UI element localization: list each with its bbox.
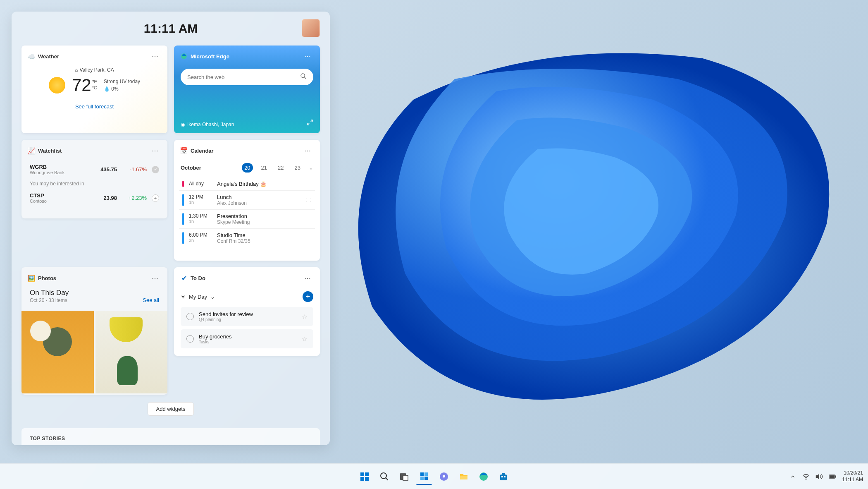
weather-location: ⌂ Valley Park, CA (28, 67, 161, 73)
see-all-link[interactable]: See all (143, 297, 159, 303)
search-icon[interactable] (300, 73, 307, 81)
weather-precip: 0% (111, 86, 118, 92)
todo-widget: ✔ To Do ⋯ ☀ My Day ⌄ + Send invites for … (174, 267, 320, 356)
calendar-day[interactable]: 23 (292, 163, 303, 173)
svg-point-22 (806, 479, 807, 479)
photo-thumbnail[interactable] (95, 311, 168, 393)
svg-rect-6 (365, 477, 369, 481)
more-icon[interactable]: ⋯ (149, 272, 161, 284)
add-task-button[interactable]: + (303, 291, 313, 302)
photos-meta: Oct 20 · 33 items (30, 297, 67, 303)
chevron-down-icon[interactable]: ⌄ (210, 294, 215, 300)
check-icon[interactable]: ✓ (152, 166, 159, 173)
chat-button[interactable] (436, 468, 452, 485)
svg-rect-4 (365, 472, 369, 476)
todo-item[interactable]: Buy groceriesTasks ☆ (181, 329, 313, 348)
bloom-wallpaper (289, 17, 868, 472)
svg-rect-20 (501, 476, 503, 477)
calendar-event[interactable]: All day Angela's Birthday 🎂 (179, 177, 315, 191)
expand-icon[interactable] (307, 119, 313, 127)
search-button[interactable] (376, 468, 393, 485)
edge-button[interactable] (475, 468, 492, 485)
watchlist-item[interactable]: WGRB Woodgrove Bank 435.75 -1.67% ✓ (30, 161, 159, 177)
weather-title: Weather (38, 53, 59, 60)
photos-heading: On This Day (30, 289, 159, 297)
add-widgets-button[interactable]: Add widgets (148, 402, 194, 416)
watchlist-widget: 📈 Watchlist ⋯ WGRB Woodgrove Bank 435.75… (21, 140, 167, 218)
calendar-event[interactable]: 6:00 PM3h Studio TimeConf Rm 32/35 (179, 229, 315, 247)
more-icon[interactable]: ⋯ (149, 50, 161, 62)
stories-heading: TOP STORIES (30, 436, 312, 441)
edge-icon (181, 53, 187, 60)
watchlist-hint: You may be interested in (30, 181, 159, 187)
widgets-panel: 11:11 AM ☁️ Weather ⋯ ⌂ Valley Park, CA … (12, 12, 330, 445)
wifi-icon[interactable] (802, 473, 810, 480)
calendar-event[interactable]: 1:30 PM1h PresentationSkype Meeting (179, 210, 315, 229)
todo-title: To Do (191, 275, 205, 281)
photos-title: Photos (38, 275, 56, 281)
svg-rect-14 (424, 477, 428, 480)
svg-rect-19 (502, 473, 505, 475)
more-icon[interactable]: ⋯ (302, 272, 313, 284)
stocks-icon: 📈 (28, 147, 35, 154)
start-button[interactable] (356, 468, 373, 485)
volume-icon[interactable] (816, 473, 823, 480)
chevron-down-icon[interactable]: ⌄ (309, 165, 313, 171)
svg-rect-5 (360, 477, 364, 481)
calendar-day[interactable]: 20 (242, 163, 253, 173)
show-hidden-icon[interactable] (789, 473, 796, 480)
photos-widget: 🖼️ Photos ⋯ On This Day Oct 20 · 33 item… (21, 267, 167, 395)
checkbox[interactable] (186, 313, 194, 320)
edge-search-box[interactable] (181, 69, 313, 85)
photo-thumbnail[interactable] (21, 311, 94, 393)
watchlist-item[interactable]: CTSP Contoso 23.98 +2.23% + (30, 190, 159, 206)
more-icon[interactable]: ⋯ (302, 145, 313, 156)
calendar-title: Calendar (191, 148, 214, 154)
star-icon[interactable]: ☆ (302, 313, 308, 321)
checkbox[interactable] (186, 335, 194, 343)
sun-icon (49, 77, 65, 93)
todo-list-name[interactable]: My Day (189, 294, 207, 300)
edge-widget: Microsoft Edge ⋯ ◉ Ikema Ohashi, Japan (174, 46, 320, 133)
svg-rect-25 (830, 475, 835, 478)
more-icon[interactable]: ⋯ (149, 145, 161, 156)
store-button[interactable] (495, 468, 512, 485)
calendar-day[interactable]: 21 (259, 163, 269, 173)
weather-widget: ☁️ Weather ⋯ ⌂ Valley Park, CA 72 °F °C (21, 46, 167, 133)
calendar-widget: 📅 Calendar ⋯ October 20 21 22 23 ⌄ All d… (174, 140, 320, 261)
edge-title: Microsoft Edge (191, 53, 229, 60)
edge-image-location: ◉ Ikema Ohashi, Japan (181, 122, 234, 127)
home-icon: ⌂ (75, 67, 78, 73)
taskbar-clock[interactable]: 10/20/21 11:11 AM (842, 470, 863, 483)
photos-icon: 🖼️ (28, 275, 35, 281)
calendar-month: October (181, 165, 201, 171)
battery-icon[interactable] (829, 473, 836, 480)
svg-rect-12 (424, 472, 428, 476)
file-explorer-button[interactable] (455, 468, 472, 485)
user-avatar[interactable] (302, 19, 320, 37)
calendar-day[interactable]: 22 (275, 163, 286, 173)
calendar-icon: 📅 (181, 147, 187, 154)
drag-handle-icon[interactable]: ⋮⋮ (304, 199, 312, 201)
todo-item[interactable]: Send invites for reviewQ4 planning ☆ (181, 307, 313, 326)
search-input[interactable] (187, 74, 297, 80)
more-icon[interactable]: ⋯ (302, 50, 313, 62)
weather-icon: ☁️ (28, 53, 35, 60)
star-icon[interactable]: ☆ (302, 335, 308, 343)
calendar-event[interactable]: 12 PM1h LunchAlex Johnson ⋮⋮ (179, 191, 315, 210)
svg-rect-10 (403, 475, 408, 480)
top-stories: TOP STORIES USA Today · 3 mins One of th… (21, 428, 320, 445)
svg-line-2 (304, 77, 306, 79)
svg-point-1 (301, 74, 305, 77)
svg-rect-11 (420, 472, 424, 476)
add-icon[interactable]: + (152, 194, 159, 202)
svg-rect-13 (420, 477, 424, 480)
watchlist-title: Watchlist (38, 148, 62, 154)
svg-point-7 (381, 473, 386, 479)
task-view-button[interactable] (396, 468, 413, 485)
sun-icon: ☀ (181, 294, 186, 300)
panel-time: 11:11 AM (144, 22, 198, 36)
svg-rect-21 (504, 476, 506, 477)
widgets-button[interactable] (416, 468, 432, 485)
forecast-link[interactable]: See full forecast (28, 103, 161, 110)
